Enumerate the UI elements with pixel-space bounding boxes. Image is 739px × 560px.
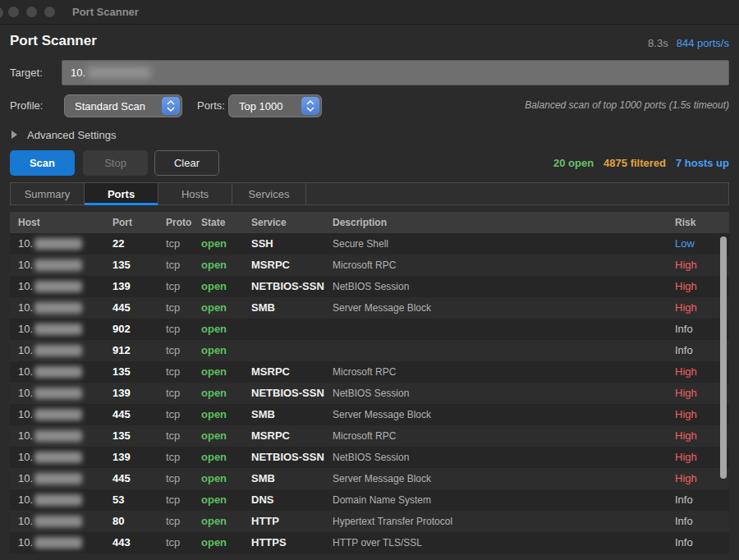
- profile-select[interactable]: Standard Scan: [64, 94, 182, 117]
- risk-cell: Info: [675, 319, 693, 340]
- advanced-settings-disclosure[interactable]: Advanced Settings: [11, 128, 116, 141]
- description-cell: Server Message Block: [333, 468, 431, 489]
- port-cell: 443: [112, 532, 131, 553]
- tab-summary[interactable]: Summary: [11, 183, 85, 204]
- scan-button[interactable]: Scan: [10, 150, 75, 176]
- column-header-host[interactable]: Host: [18, 212, 40, 233]
- description-cell: Microsoft RPC: [333, 425, 396, 447]
- table-row[interactable]: 10.139tcpopenNETBIOS-SSNNetBIOS SessionH…: [10, 447, 729, 468]
- clear-button[interactable]: Clear: [154, 150, 219, 176]
- tab-hosts[interactable]: Hosts: [158, 183, 232, 204]
- table-row[interactable]: 10.22tcpopenSSHSecure ShellLow: [10, 233, 729, 255]
- zoom-button[interactable]: [44, 7, 55, 17]
- service-cell: NETBIOS-SSN: [251, 383, 324, 404]
- port-cell: 135: [112, 255, 131, 276]
- hosts-up-count: 7 hosts up: [676, 157, 729, 169]
- host-prefix: 10.: [18, 297, 33, 319]
- risk-cell: High: [675, 383, 697, 404]
- host-prefix: 10.: [18, 511, 33, 532]
- target-input[interactable]: 10.: [62, 60, 729, 85]
- host-cell: 10.: [18, 447, 82, 468]
- stop-button[interactable]: Stop: [83, 150, 148, 176]
- table-row[interactable]: 10.139tcpopenNETBIOS-SSNNetBIOS SessionH…: [10, 276, 729, 297]
- column-header-service[interactable]: Service: [251, 212, 287, 233]
- tab-services[interactable]: Services: [232, 183, 306, 204]
- table-row[interactable]: 10.135tcpopenMSRPCMicrosoft RPCHigh: [10, 425, 729, 447]
- ports-select[interactable]: Top 1000: [228, 94, 322, 117]
- table-row[interactable]: 10.139tcpopenNETBIOS-SSNNetBIOS SessionH…: [10, 383, 729, 404]
- advanced-settings-label: Advanced Settings: [27, 129, 116, 141]
- page-title: Port Scanner: [10, 33, 97, 49]
- host-redacted: [34, 537, 82, 549]
- port-cell: 80: [112, 511, 124, 532]
- state-cell: open: [201, 297, 227, 319]
- risk-cell: High: [675, 276, 697, 297]
- table-row[interactable]: 10.445tcpopenSMBServer Message BlockHigh: [10, 297, 729, 319]
- state-cell: open: [201, 255, 227, 276]
- host-cell: 10.: [18, 276, 82, 297]
- table-row[interactable]: 10.445tcpopenSMBServer Message BlockHigh: [10, 404, 729, 425]
- column-header-proto[interactable]: Proto: [166, 212, 191, 233]
- column-header-description[interactable]: Description: [333, 212, 387, 233]
- host-cell: 10.: [18, 511, 82, 532]
- port-cell: 135: [112, 361, 131, 383]
- table-row[interactable]: 10.135tcpopenMSRPCMicrosoft RPCHigh: [10, 361, 729, 383]
- scan-rate: 844 ports/s: [677, 37, 729, 49]
- disclosure-triangle-icon: [11, 131, 17, 139]
- close-button[interactable]: [8, 7, 19, 17]
- port-cell: 139: [112, 276, 131, 297]
- tab-bar: SummaryPortsHostsServices: [10, 182, 729, 205]
- host-prefix: 10.: [18, 404, 33, 425]
- proto-cell: tcp: [166, 489, 180, 511]
- vertical-scrollbar-thumb[interactable]: [720, 236, 727, 479]
- state-cell: open: [201, 404, 227, 425]
- state-cell: open: [201, 468, 227, 489]
- description-cell: HTTP over TLS/SSL: [333, 532, 422, 553]
- service-cell: MSRPC: [251, 255, 290, 276]
- table-row[interactable]: 10.902tcpopenInfo: [10, 319, 729, 340]
- proto-cell: tcp: [166, 425, 180, 447]
- host-prefix: 10.: [18, 233, 33, 255]
- table-row[interactable]: 10.445tcpopenSMBServer Message BlockHigh: [10, 468, 729, 489]
- column-header-port[interactable]: Port: [112, 212, 132, 233]
- risk-cell: Info: [675, 489, 693, 511]
- host-redacted: [34, 430, 82, 442]
- table-row[interactable]: 10.912tcpopenInfo: [10, 340, 729, 361]
- table-row[interactable]: 10.80tcpopenHTTPHypertext Transfer Proto…: [10, 511, 729, 532]
- table-row[interactable]: 10.135tcpopenMSRPCMicrosoft RPCHigh: [10, 255, 729, 276]
- description-cell: Microsoft RPC: [333, 361, 396, 383]
- window-edge-circle: [0, 7, 3, 18]
- host-redacted: [34, 366, 82, 378]
- description-cell: NetBIOS Session: [333, 276, 409, 297]
- port-cell: 139: [112, 447, 131, 468]
- service-cell: MSRPC: [251, 361, 290, 383]
- table-row[interactable]: 10.53tcpopenDNSDomain Name SystemInfo: [10, 489, 729, 511]
- tab-ports[interactable]: Ports: [85, 183, 158, 204]
- state-cell: open: [201, 340, 227, 361]
- description-cell: Hypertext Transfer Protocol: [333, 511, 452, 532]
- open-count: 20 open: [553, 157, 594, 169]
- minimize-button[interactable]: [26, 7, 37, 17]
- service-cell: MSRPC: [251, 425, 290, 447]
- risk-cell: High: [675, 404, 697, 425]
- host-cell: 10.: [18, 404, 82, 425]
- host-redacted: [34, 388, 82, 399]
- column-header-state[interactable]: State: [201, 212, 225, 233]
- host-redacted: [34, 452, 82, 463]
- risk-cell: High: [675, 425, 697, 447]
- host-cell: 10.: [18, 383, 82, 404]
- table-header-row: HostPortProtoStateServiceDescriptionRisk: [10, 212, 729, 233]
- state-cell: open: [201, 447, 227, 468]
- table-row[interactable]: 10.443tcpopenHTTPSHTTP over TLS/SSLInfo: [10, 532, 729, 553]
- target-value-redacted: [87, 67, 151, 79]
- port-cell: 139: [112, 383, 131, 404]
- scan-result-counts: 20 open4875 filtered7 hosts up: [553, 157, 729, 169]
- host-prefix: 10.: [18, 532, 33, 553]
- host-cell: 10.: [18, 489, 82, 511]
- traffic-lights: [8, 7, 55, 17]
- column-header-risk[interactable]: Risk: [675, 212, 695, 233]
- host-cell: 10.: [18, 361, 82, 383]
- host-prefix: 10.: [18, 340, 33, 361]
- state-cell: open: [201, 425, 227, 447]
- host-cell: 10.: [18, 532, 82, 553]
